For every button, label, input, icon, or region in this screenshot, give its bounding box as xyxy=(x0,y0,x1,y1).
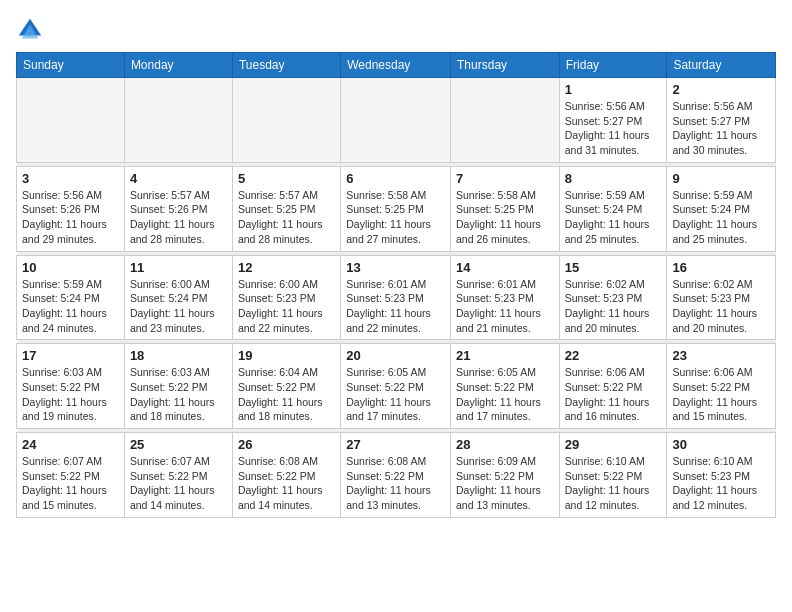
calendar-cell: 16Sunrise: 6:02 AM Sunset: 5:23 PM Dayli… xyxy=(667,255,776,340)
calendar-week-row: 17Sunrise: 6:03 AM Sunset: 5:22 PM Dayli… xyxy=(17,344,776,429)
day-info: Sunrise: 5:56 AM Sunset: 5:26 PM Dayligh… xyxy=(22,188,119,247)
calendar-cell: 19Sunrise: 6:04 AM Sunset: 5:22 PM Dayli… xyxy=(232,344,340,429)
logo-icon xyxy=(16,16,44,44)
day-info: Sunrise: 5:56 AM Sunset: 5:27 PM Dayligh… xyxy=(672,99,770,158)
calendar-cell: 28Sunrise: 6:09 AM Sunset: 5:22 PM Dayli… xyxy=(451,433,560,518)
day-info: Sunrise: 6:00 AM Sunset: 5:24 PM Dayligh… xyxy=(130,277,227,336)
day-number: 17 xyxy=(22,348,119,363)
day-info: Sunrise: 6:10 AM Sunset: 5:22 PM Dayligh… xyxy=(565,454,662,513)
calendar-cell: 14Sunrise: 6:01 AM Sunset: 5:23 PM Dayli… xyxy=(451,255,560,340)
calendar-cell: 13Sunrise: 6:01 AM Sunset: 5:23 PM Dayli… xyxy=(341,255,451,340)
day-number: 13 xyxy=(346,260,445,275)
calendar-cell xyxy=(232,78,340,163)
calendar-cell: 11Sunrise: 6:00 AM Sunset: 5:24 PM Dayli… xyxy=(124,255,232,340)
day-info: Sunrise: 5:56 AM Sunset: 5:27 PM Dayligh… xyxy=(565,99,662,158)
weekday-header: Monday xyxy=(124,53,232,78)
day-number: 27 xyxy=(346,437,445,452)
calendar-cell: 9Sunrise: 5:59 AM Sunset: 5:24 PM Daylig… xyxy=(667,166,776,251)
day-number: 15 xyxy=(565,260,662,275)
weekday-header: Friday xyxy=(559,53,667,78)
day-info: Sunrise: 6:09 AM Sunset: 5:22 PM Dayligh… xyxy=(456,454,554,513)
day-info: Sunrise: 5:58 AM Sunset: 5:25 PM Dayligh… xyxy=(456,188,554,247)
day-number: 25 xyxy=(130,437,227,452)
calendar-cell: 7Sunrise: 5:58 AM Sunset: 5:25 PM Daylig… xyxy=(451,166,560,251)
day-number: 22 xyxy=(565,348,662,363)
day-number: 7 xyxy=(456,171,554,186)
day-info: Sunrise: 6:07 AM Sunset: 5:22 PM Dayligh… xyxy=(22,454,119,513)
day-info: Sunrise: 6:01 AM Sunset: 5:23 PM Dayligh… xyxy=(346,277,445,336)
day-number: 26 xyxy=(238,437,335,452)
day-info: Sunrise: 5:58 AM Sunset: 5:25 PM Dayligh… xyxy=(346,188,445,247)
calendar-cell: 10Sunrise: 5:59 AM Sunset: 5:24 PM Dayli… xyxy=(17,255,125,340)
day-number: 19 xyxy=(238,348,335,363)
page-header xyxy=(16,16,776,44)
calendar-cell: 21Sunrise: 6:05 AM Sunset: 5:22 PM Dayli… xyxy=(451,344,560,429)
weekday-header: Thursday xyxy=(451,53,560,78)
day-info: Sunrise: 6:01 AM Sunset: 5:23 PM Dayligh… xyxy=(456,277,554,336)
day-info: Sunrise: 6:04 AM Sunset: 5:22 PM Dayligh… xyxy=(238,365,335,424)
calendar-cell: 2Sunrise: 5:56 AM Sunset: 5:27 PM Daylig… xyxy=(667,78,776,163)
day-number: 28 xyxy=(456,437,554,452)
calendar-cell: 17Sunrise: 6:03 AM Sunset: 5:22 PM Dayli… xyxy=(17,344,125,429)
calendar-cell: 24Sunrise: 6:07 AM Sunset: 5:22 PM Dayli… xyxy=(17,433,125,518)
calendar-cell: 15Sunrise: 6:02 AM Sunset: 5:23 PM Dayli… xyxy=(559,255,667,340)
day-number: 4 xyxy=(130,171,227,186)
day-info: Sunrise: 5:59 AM Sunset: 5:24 PM Dayligh… xyxy=(565,188,662,247)
day-info: Sunrise: 6:10 AM Sunset: 5:23 PM Dayligh… xyxy=(672,454,770,513)
day-number: 8 xyxy=(565,171,662,186)
calendar-cell xyxy=(451,78,560,163)
day-info: Sunrise: 6:06 AM Sunset: 5:22 PM Dayligh… xyxy=(672,365,770,424)
calendar-cell: 4Sunrise: 5:57 AM Sunset: 5:26 PM Daylig… xyxy=(124,166,232,251)
calendar-cell xyxy=(341,78,451,163)
day-info: Sunrise: 6:07 AM Sunset: 5:22 PM Dayligh… xyxy=(130,454,227,513)
day-info: Sunrise: 5:59 AM Sunset: 5:24 PM Dayligh… xyxy=(22,277,119,336)
calendar-cell: 1Sunrise: 5:56 AM Sunset: 5:27 PM Daylig… xyxy=(559,78,667,163)
calendar-table: SundayMondayTuesdayWednesdayThursdayFrid… xyxy=(16,52,776,518)
day-number: 9 xyxy=(672,171,770,186)
calendar-week-row: 24Sunrise: 6:07 AM Sunset: 5:22 PM Dayli… xyxy=(17,433,776,518)
day-number: 12 xyxy=(238,260,335,275)
day-info: Sunrise: 5:57 AM Sunset: 5:26 PM Dayligh… xyxy=(130,188,227,247)
calendar-cell: 26Sunrise: 6:08 AM Sunset: 5:22 PM Dayli… xyxy=(232,433,340,518)
day-info: Sunrise: 6:08 AM Sunset: 5:22 PM Dayligh… xyxy=(346,454,445,513)
calendar-cell: 25Sunrise: 6:07 AM Sunset: 5:22 PM Dayli… xyxy=(124,433,232,518)
day-info: Sunrise: 6:03 AM Sunset: 5:22 PM Dayligh… xyxy=(130,365,227,424)
day-number: 29 xyxy=(565,437,662,452)
day-number: 20 xyxy=(346,348,445,363)
weekday-header: Saturday xyxy=(667,53,776,78)
day-number: 21 xyxy=(456,348,554,363)
calendar-cell: 6Sunrise: 5:58 AM Sunset: 5:25 PM Daylig… xyxy=(341,166,451,251)
logo xyxy=(16,16,48,44)
calendar-cell: 27Sunrise: 6:08 AM Sunset: 5:22 PM Dayli… xyxy=(341,433,451,518)
day-number: 2 xyxy=(672,82,770,97)
day-number: 30 xyxy=(672,437,770,452)
calendar-week-row: 10Sunrise: 5:59 AM Sunset: 5:24 PM Dayli… xyxy=(17,255,776,340)
day-info: Sunrise: 6:05 AM Sunset: 5:22 PM Dayligh… xyxy=(456,365,554,424)
day-number: 16 xyxy=(672,260,770,275)
weekday-header: Wednesday xyxy=(341,53,451,78)
day-number: 23 xyxy=(672,348,770,363)
weekday-header: Tuesday xyxy=(232,53,340,78)
day-number: 6 xyxy=(346,171,445,186)
day-number: 10 xyxy=(22,260,119,275)
weekday-header-row: SundayMondayTuesdayWednesdayThursdayFrid… xyxy=(17,53,776,78)
day-number: 5 xyxy=(238,171,335,186)
day-number: 11 xyxy=(130,260,227,275)
calendar-week-row: 1Sunrise: 5:56 AM Sunset: 5:27 PM Daylig… xyxy=(17,78,776,163)
day-number: 3 xyxy=(22,171,119,186)
day-info: Sunrise: 6:00 AM Sunset: 5:23 PM Dayligh… xyxy=(238,277,335,336)
calendar-week-row: 3Sunrise: 5:56 AM Sunset: 5:26 PM Daylig… xyxy=(17,166,776,251)
calendar-cell xyxy=(17,78,125,163)
calendar-cell: 5Sunrise: 5:57 AM Sunset: 5:25 PM Daylig… xyxy=(232,166,340,251)
day-number: 18 xyxy=(130,348,227,363)
calendar-cell: 3Sunrise: 5:56 AM Sunset: 5:26 PM Daylig… xyxy=(17,166,125,251)
day-number: 24 xyxy=(22,437,119,452)
day-number: 1 xyxy=(565,82,662,97)
calendar-cell: 22Sunrise: 6:06 AM Sunset: 5:22 PM Dayli… xyxy=(559,344,667,429)
calendar-cell: 20Sunrise: 6:05 AM Sunset: 5:22 PM Dayli… xyxy=(341,344,451,429)
calendar-cell: 12Sunrise: 6:00 AM Sunset: 5:23 PM Dayli… xyxy=(232,255,340,340)
calendar-cell: 23Sunrise: 6:06 AM Sunset: 5:22 PM Dayli… xyxy=(667,344,776,429)
day-info: Sunrise: 6:02 AM Sunset: 5:23 PM Dayligh… xyxy=(565,277,662,336)
calendar-cell: 30Sunrise: 6:10 AM Sunset: 5:23 PM Dayli… xyxy=(667,433,776,518)
day-info: Sunrise: 6:05 AM Sunset: 5:22 PM Dayligh… xyxy=(346,365,445,424)
